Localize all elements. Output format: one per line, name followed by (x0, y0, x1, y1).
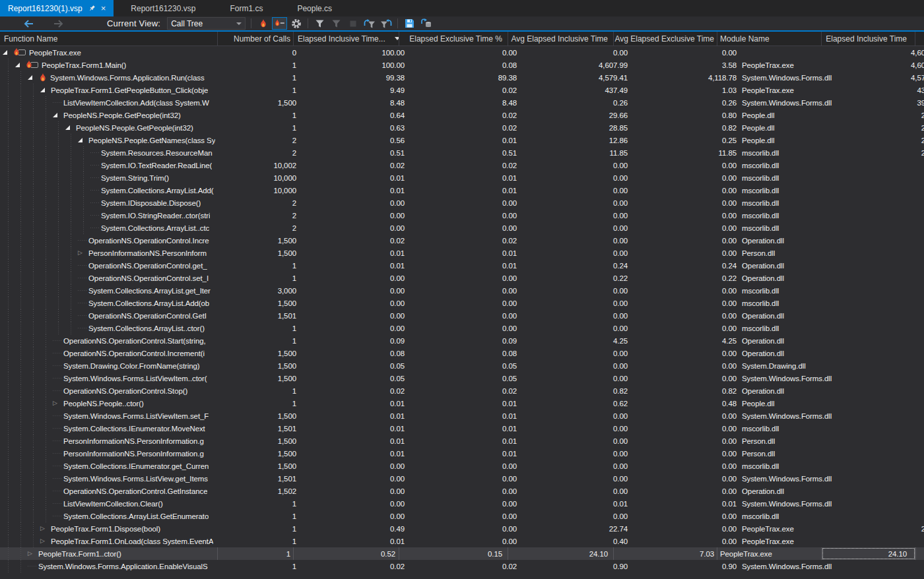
table-row[interactable]: PeopleNS.People.GetPeople(int32)10.640.0… (0, 109, 924, 121)
table-row[interactable]: System.IO.TextReader.ReadLine(10,0020.02… (0, 159, 924, 171)
column-header-avge[interactable]: Avg Elapsed Exclusive Time (614, 32, 717, 46)
table-row[interactable]: OperationNS.OperationControl.Stop()10.02… (0, 384, 924, 397)
tree-expander-icon[interactable]: ▷ (28, 547, 38, 560)
expand-hot-path-button[interactable] (255, 17, 271, 30)
table-row[interactable]: System.Windows.Forms.Application.EnableV… (0, 560, 924, 572)
table-row[interactable]: ▷PersonInformationNS.PersonInform1,5000.… (0, 247, 924, 259)
table-row[interactable]: ▷PeopleTrax.Form1.Dispose(bool)10.490.00… (0, 522, 924, 535)
save-report-button[interactable] (402, 17, 417, 30)
tree-expander-icon[interactable]: ▷ (78, 247, 88, 259)
tree-expander-icon[interactable]: ▷ (40, 535, 51, 547)
document-tab-2[interactable]: Report161230.vsp (114, 0, 213, 16)
table-row[interactable]: System.Resources.ResourceMan20.510.5111.… (0, 146, 924, 159)
function-name-label: System.IO.TextReader.ReadLine( (101, 162, 212, 169)
back-button[interactable] (24, 20, 34, 28)
table-row[interactable]: ListViewItemCollection.Clear()10.000.000… (0, 497, 924, 510)
tree-guide (40, 372, 53, 384)
table-row[interactable]: ListViewItemCollection.Add(class System.… (0, 96, 924, 109)
tree-connector (53, 435, 63, 447)
tree-expander-icon[interactable] (53, 109, 63, 121)
current-view-dropdown[interactable]: Call Tree (167, 17, 246, 30)
cell-avgi: 0.00 (522, 460, 633, 472)
table-row[interactable]: PeopleTrax.exe0100.000.000.000.004,607.9… (0, 46, 924, 59)
table-row[interactable]: System.Collections.ArrayList..ctor()10.0… (0, 322, 924, 334)
cell-function-name: System.Drawing.Color.FromName(string) (0, 359, 220, 372)
close-icon[interactable]: × (101, 4, 106, 13)
document-tab-1[interactable]: Report161230(1).vsp× (0, 0, 114, 16)
cell-calls: 1 (220, 522, 299, 535)
tree-guide (65, 297, 78, 309)
tree-guide (15, 121, 28, 134)
function-name-label: System.Windows.Forms.Application.EnableV… (38, 563, 208, 570)
table-row[interactable]: ▷PeopleTrax.Form1.OnLoad(class System.Ev… (0, 535, 924, 547)
show-hot-path-button[interactable] (272, 17, 287, 30)
column-header-incl[interactable]: Elapsed Inclusive Time... (294, 32, 399, 46)
table-row[interactable]: System.Windows.Forms.ListView.get_Items1… (0, 472, 924, 485)
column-header-calls[interactable]: Number of Calls (218, 32, 294, 46)
column-header-el[interactable]: Elapsed Inclusive Time (822, 32, 915, 46)
table-row[interactable]: System.Windows.Forms.ListViewItem.set_F1… (0, 410, 924, 422)
table-row[interactable]: System.Collections.ArrayList.Add(ob1,500… (0, 297, 924, 309)
table-row[interactable]: PersonInformationNS.PersonInformation.g1… (0, 447, 924, 460)
tree-expander-icon[interactable] (28, 71, 38, 84)
table-row[interactable]: System.Collections.ArrayList.Add(10,0000… (0, 184, 924, 197)
table-row[interactable]: OperationNS.OperationControl.GetI1,5010.… (0, 309, 924, 322)
tree-expander-icon[interactable] (3, 46, 13, 59)
table-row[interactable]: ▷PeopleNS.People..ctor()10.010.010.620.4… (0, 397, 924, 410)
table-row[interactable]: System.IO.StringReader..ctor(stri20.000.… (0, 209, 924, 222)
tree-expander-icon[interactable]: ▷ (53, 397, 63, 410)
forward-button[interactable] (53, 20, 63, 28)
tree-guide (53, 322, 65, 334)
table-row[interactable]: System.Windows.Forms.ListViewItem..ctor(… (0, 372, 924, 384)
tree-expander-icon[interactable] (78, 134, 88, 146)
table-row[interactable]: OperationNS.OperationControl.Start(strin… (0, 334, 924, 347)
table-row[interactable]: PersonInformationNS.PersonInformation.g1… (0, 435, 924, 447)
table-row[interactable]: PeopleTrax.Form1.GetPeopleButton_Click(o… (0, 84, 924, 96)
table-row[interactable]: System.String.Trim()10,0000.010.010.000.… (0, 171, 924, 184)
tree-expander-icon[interactable]: ▷ (40, 522, 51, 535)
column-header-name[interactable]: Function Name (0, 32, 218, 46)
cell-avge: 0.82 (633, 384, 739, 397)
settings-gear-button[interactable] (288, 17, 304, 30)
cell-el: 0.24 (846, 259, 924, 272)
cell-avge: 4,118.78 (633, 71, 739, 84)
document-tab-4[interactable]: People.cs (280, 0, 349, 16)
table-row[interactable]: OperationNS.OperationControl.Increment(i… (0, 347, 924, 359)
document-tab-3[interactable]: Form1.cs (213, 0, 280, 16)
table-row[interactable]: System.Collections.ArrayList.get_Iter3,0… (0, 284, 924, 297)
table-row[interactable]: System.Collections.ArrayList..ctc20.000.… (0, 222, 924, 234)
table-row[interactable]: System.Collections.IEnumerator.MoveNext1… (0, 422, 924, 435)
table-row[interactable]: System.Windows.Forms.Application.Run(cla… (0, 71, 924, 84)
table-row[interactable]: System.Drawing.Color.FromName(string)1,5… (0, 359, 924, 372)
cell-avge: 0.24 (633, 259, 739, 272)
filter-secondary-button[interactable] (329, 17, 344, 30)
table-row[interactable]: System.IDisposable.Dispose()20.000.000.0… (0, 197, 924, 209)
table-row[interactable]: OperationNS.OperationControl.Incre1,5000… (0, 234, 924, 247)
toolbar-separator (308, 18, 308, 28)
filter-button[interactable] (312, 17, 327, 30)
cell-avge: 0.00 (633, 322, 739, 334)
pin-icon[interactable] (88, 5, 96, 12)
tree-expander-icon[interactable] (40, 84, 51, 96)
export-report-button[interactable] (418, 17, 434, 30)
table-row[interactable]: System.Collections.IEnumerator.get_Curre… (0, 460, 924, 472)
import-filter-button[interactable] (362, 17, 377, 30)
table-row[interactable]: ▷PeopleTrax.Form1..ctor()10.520.1524.107… (0, 547, 924, 560)
column-header-avgi[interactable]: Avg Elapsed Inclusive Time (508, 32, 614, 46)
export-filter-button[interactable] (378, 17, 393, 30)
table-row[interactable]: OperationNS.OperationControl.get_10.010.… (0, 259, 924, 272)
table-row[interactable]: PeopleTrax.Form1.Main()1100.000.084,607.… (0, 59, 924, 71)
cell-avge: 0.00 (633, 297, 739, 309)
tree-guide (28, 347, 40, 359)
funnel-icon (332, 20, 341, 28)
table-row[interactable]: OperationNS.OperationControl.GetInstance… (0, 485, 924, 497)
table-row[interactable]: OperationNS.OperationControl.set_I10.000… (0, 272, 924, 284)
tree-expander-icon[interactable] (65, 121, 76, 134)
stop-button[interactable] (345, 17, 360, 30)
table-row[interactable]: System.Collections.ArrayList.GetEnumerat… (0, 510, 924, 522)
table-row[interactable]: PeopleNS.People.GetPeople(int32)10.630.0… (0, 121, 924, 134)
column-header-mod[interactable]: Module Name (717, 32, 822, 46)
column-header-excl[interactable]: Elapsed Exclusive Time % (399, 32, 508, 46)
table-row[interactable]: PeopleNS.People.GetNames(class Sy20.560.… (0, 134, 924, 146)
tree-expander-icon[interactable] (15, 59, 26, 71)
